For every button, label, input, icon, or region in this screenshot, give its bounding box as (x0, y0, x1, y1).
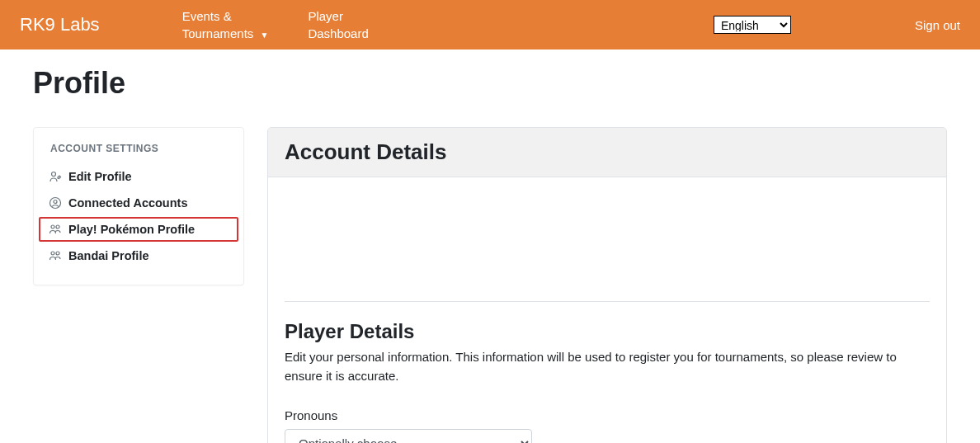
user-edit-icon (49, 170, 62, 183)
signout-link[interactable]: Sign out (915, 18, 960, 32)
users-icon (49, 223, 62, 236)
chevron-down-icon: ▼ (261, 31, 269, 40)
sidebar-item-edit-profile[interactable]: Edit Profile (34, 164, 243, 189)
users-icon (49, 249, 62, 262)
sidebar-heading: ACCOUNT SETTINGS (34, 143, 243, 163)
svg-point-5 (51, 252, 54, 255)
player-details-title: Player Details (285, 320, 930, 343)
sidebar-item-label: Edit Profile (68, 170, 132, 183)
pronouns-select[interactable]: Optionally choose... (285, 429, 532, 443)
main-content: Account Details Player Details Edit your… (267, 127, 947, 443)
pronouns-label: Pronouns (285, 408, 930, 422)
navbar: RK9 Labs Events & Tournaments ▼ Player D… (0, 0, 980, 49)
spacer (285, 194, 930, 301)
account-details-card: Account Details Player Details Edit your… (267, 127, 947, 443)
brand[interactable]: RK9 Labs (20, 14, 100, 35)
page-title: Profile (33, 66, 947, 101)
svg-point-0 (52, 172, 56, 177)
svg-point-4 (56, 225, 59, 229)
nav-player-dashboard[interactable]: Player Dashboard (308, 7, 368, 42)
nav-right: English Sign out (714, 16, 960, 34)
sidebar-item-label: Bandai Profile (68, 249, 149, 262)
svg-point-2 (54, 200, 57, 204)
sidebar-item-connected-accounts[interactable]: Connected Accounts (34, 191, 243, 215)
sidebar-item-play-pokemon[interactable]: Play! Pokémon Profile (39, 217, 238, 242)
language-select[interactable]: English (714, 16, 791, 34)
user-circle-icon (49, 196, 62, 210)
svg-point-3 (51, 225, 54, 229)
sidebar-item-bandai-profile[interactable]: Bandai Profile (34, 243, 243, 268)
sidebar: ACCOUNT SETTINGS Edit Profile Connected … (33, 127, 244, 285)
svg-point-6 (56, 252, 59, 255)
nav-links: Events & Tournaments ▼ Player Dashboard (182, 7, 714, 42)
player-details-description: Edit your personal information. This inf… (285, 348, 930, 385)
divider (285, 301, 930, 302)
sidebar-item-label: Connected Accounts (68, 196, 187, 210)
nav-events-tournaments[interactable]: Events & Tournaments ▼ (182, 7, 269, 42)
card-header: Account Details (268, 128, 946, 177)
sidebar-item-label: Play! Pokémon Profile (68, 223, 195, 236)
